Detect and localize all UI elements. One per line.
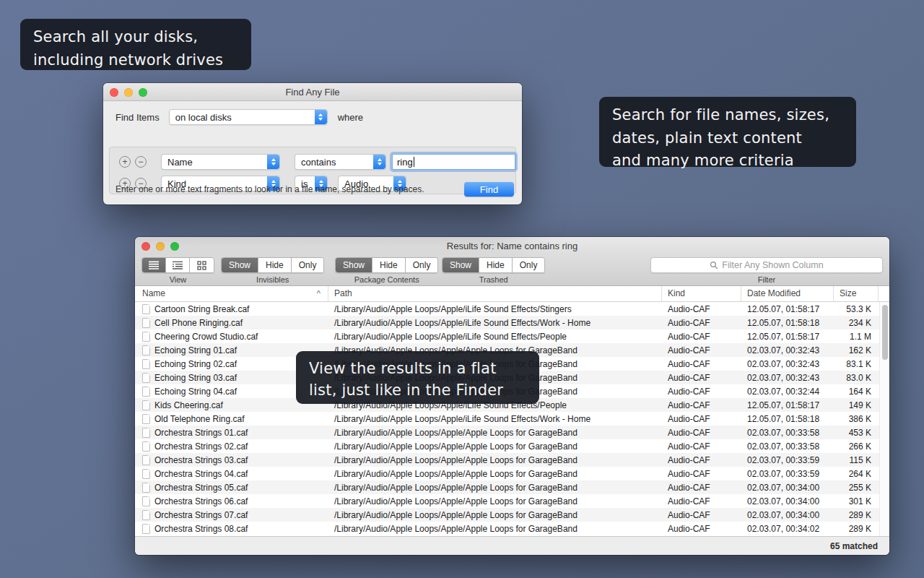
file-size: 289 K [834, 510, 879, 520]
column-header-date-modified[interactable]: Date Modified [741, 286, 834, 301]
scope-popup-value: on local disks [170, 112, 315, 123]
segment-invisibles-show[interactable]: Show [222, 258, 258, 272]
file-path: /Library/Audio/Apple Loops/Apple/Apple L… [328, 441, 662, 452]
segment-invisibles-hide[interactable]: Hide [258, 258, 292, 272]
view-hierarchy-button[interactable] [166, 258, 190, 272]
file-date-modified: 02.03.07, 00:33:59 [741, 469, 834, 479]
search-term-value: ring [397, 157, 413, 168]
find-any-file-window: Find Any File Find Items on local disks … [103, 83, 522, 204]
file-size: 83.1 K [834, 359, 879, 369]
file-date-modified: 02.03.07, 00:34:00 [741, 510, 834, 520]
table-row[interactable]: Old Telephone Ring.caf /Library/Audio/Ap… [135, 412, 889, 426]
file-icon [142, 387, 150, 397]
callout-line: Search all your disks, [33, 26, 238, 49]
file-icon [142, 455, 150, 465]
file-name: Echoing String 04.caf [154, 387, 237, 397]
view-flat-list-button[interactable] [142, 258, 166, 272]
file-size: 83.0 K [834, 373, 879, 383]
file-date-modified: 12.05.07, 01:58:17 [741, 304, 834, 314]
table-row[interactable]: Orchestra Strings 07.caf /Library/Audio/… [135, 508, 889, 522]
file-name: Orchestra Strings 02.caf [154, 441, 248, 452]
file-name: Orchestra Strings 01.caf [154, 428, 248, 438]
table-row[interactable]: Orchestra Strings 02.caf /Library/Audio/… [135, 439, 889, 453]
callout-line: Search for file names, sizes, [612, 104, 843, 127]
file-date-modified: 02.03.07, 00:32:43 [741, 373, 834, 383]
segment-trashed-show[interactable]: Show [443, 258, 479, 272]
column-header-spacer [879, 286, 889, 301]
table-row[interactable]: Orchestra Strings 06.caf /Library/Audio/… [135, 494, 889, 508]
file-icon [142, 332, 150, 342]
file-kind: Audio-CAF [662, 455, 741, 465]
table-row[interactable]: Orchestra Strings 05.caf /Library/Audio/… [135, 480, 889, 494]
segment-trashed-hide[interactable]: Hide [479, 258, 513, 272]
column-header-name[interactable]: Name ^ [135, 286, 328, 301]
file-path: /Library/Audio/Apple Loops/Apple/Apple L… [328, 510, 662, 520]
column-header-path[interactable]: Path [328, 286, 662, 301]
vertical-scrollbar[interactable] [879, 302, 889, 536]
callout-line: dates, plain text content [612, 127, 843, 150]
search-icon [710, 261, 718, 269]
popup-stepper-icon [267, 155, 279, 169]
attribute-popup[interactable]: Name [161, 154, 280, 170]
table-row[interactable]: Cartoon String Break.caf /Library/Audio/… [135, 302, 889, 316]
file-kind: Audio-CAF [662, 345, 741, 355]
file-name: Echoing String 03.caf [154, 373, 237, 383]
find-window-titlebar[interactable]: Find Any File [103, 83, 522, 101]
scope-popup[interactable]: on local disks [169, 109, 328, 125]
callout-search-criteria: Search for file names, sizes, dates, pla… [599, 97, 856, 167]
trashed-group: ShowHideOnlyTrashed [442, 257, 545, 284]
results-window-titlebar[interactable]: Results for: Name contains ring [135, 237, 889, 254]
group-label: Trashed [442, 275, 545, 284]
file-path: /Library/Audio/Apple Loops/Apple/Apple L… [328, 455, 662, 465]
file-path: /Library/Audio/Apple Loops/Apple/Apple L… [328, 483, 662, 493]
table-row[interactable]: Orchestra Strings 01.caf /Library/Audio/… [135, 426, 889, 439]
segment-invisibles-only[interactable]: Only [292, 258, 324, 272]
segment-package-contents-hide[interactable]: Hide [372, 258, 406, 272]
file-size: 266 K [834, 441, 879, 452]
table-row[interactable]: Orchestra Strings 04.caf /Library/Audio/… [135, 467, 889, 480]
file-date-modified: 02.03.07, 00:32:43 [741, 345, 834, 355]
file-date-modified: 02.03.07, 00:34:00 [741, 496, 834, 506]
filter-input[interactable]: Filter Any Shown Column [650, 257, 883, 273]
callout-flat-list: View the results in a flat list, just li… [296, 351, 539, 404]
file-date-modified: 02.03.07, 00:34:00 [741, 483, 834, 493]
results-table-body: Cartoon String Break.caf /Library/Audio/… [135, 302, 889, 536]
search-term-field[interactable]: ring [392, 154, 515, 170]
segment-trashed-only[interactable]: Only [513, 258, 545, 272]
find-window-title: Find Any File [103, 83, 522, 101]
remove-criterion-button[interactable]: − [135, 156, 147, 168]
file-date-modified: 02.03.07, 00:33:58 [741, 441, 834, 452]
file-size: 1.1 M [834, 332, 879, 342]
file-name: Orchestra Strings 04.caf [154, 469, 248, 479]
column-header-size[interactable]: Size [834, 286, 879, 301]
file-date-modified: 12.05.07, 01:58:18 [741, 318, 834, 328]
file-icon [142, 414, 150, 424]
table-row[interactable]: Orchestra Strings 03.caf /Library/Audio/… [135, 453, 889, 467]
table-row[interactable]: Cheering Crowd Studio.caf /Library/Audio… [135, 329, 889, 343]
table-row[interactable]: Cell Phone Ringing.caf /Library/Audio/Ap… [135, 316, 889, 329]
find-window-footer: Enter one or more text fragments to look… [116, 182, 514, 197]
flat-list-icon [148, 261, 160, 269]
file-name: Cheering Crowd Studio.caf [154, 332, 258, 342]
view-grid-button[interactable] [190, 258, 214, 272]
file-size: 264 K [834, 469, 879, 479]
desktop: Search all your disks, including network… [0, 0, 924, 578]
hierarchical-list-icon [172, 261, 183, 269]
file-size: 301 K [834, 496, 879, 506]
operator-popup-value: contains [295, 157, 373, 168]
file-icon [142, 304, 150, 314]
invisibles-group: ShowHideOnlyInvisibles [221, 257, 324, 284]
file-icon [142, 524, 150, 534]
column-header-kind[interactable]: Kind [662, 286, 741, 301]
file-kind: Audio-CAF [662, 469, 741, 479]
find-button[interactable]: Find [464, 182, 514, 197]
scrollbar-thumb[interactable] [882, 305, 888, 360]
operator-popup[interactable]: contains [295, 154, 386, 170]
add-criterion-button[interactable]: + [119, 156, 131, 168]
hint-text: Enter one or more text fragments to look… [116, 184, 464, 194]
segment-package-contents-only[interactable]: Only [406, 258, 438, 272]
file-path: /Library/Audio/Apple Loops/Apple/Apple L… [328, 524, 662, 534]
segment-package-contents-show[interactable]: Show [336, 258, 372, 272]
table-row[interactable]: Orchestra Strings 08.caf /Library/Audio/… [135, 522, 889, 535]
results-toolbar: View ShowHideOnlyInvisibles ShowHideOnly… [135, 254, 889, 286]
